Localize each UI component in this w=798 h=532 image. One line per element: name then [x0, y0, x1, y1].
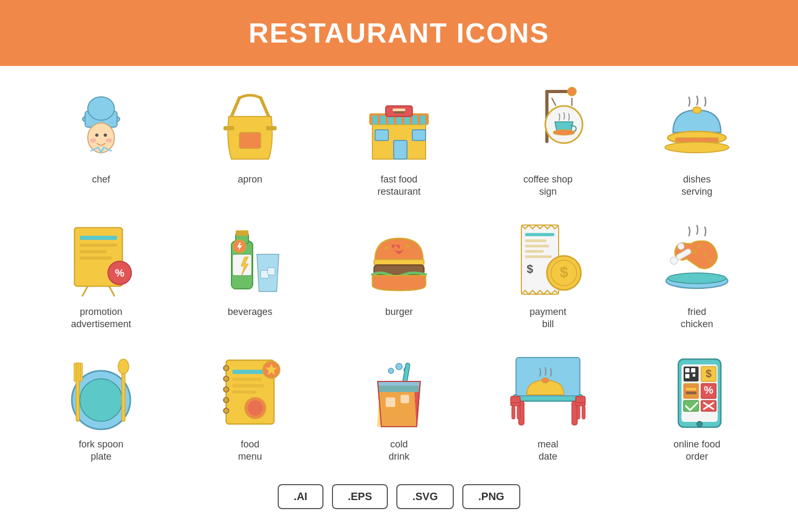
svg-rect-40 — [80, 236, 117, 240]
svg-rect-64 — [525, 245, 549, 247]
apron-label: apron — [238, 173, 262, 186]
svg-rect-106 — [386, 397, 395, 407]
svg-point-79 — [708, 259, 712, 263]
svg-point-78 — [697, 244, 702, 248]
main-content: chef — [0, 66, 798, 532]
svg-point-76 — [692, 249, 697, 254]
page-header: RESTAURANT ICONS — [0, 0, 798, 66]
svg-rect-37 — [676, 138, 718, 142]
icon-payment-bill: $ $ paymentbill — [495, 220, 601, 331]
icon-online-food-order: $ % — [644, 352, 750, 463]
svg-rect-63 — [525, 239, 546, 242]
format-png[interactable]: .PNG — [462, 484, 520, 509]
page-title: RESTAURANT ICONS — [0, 17, 798, 49]
svg-point-7 — [106, 138, 112, 143]
fast-food-restaurant-label: fast foodrestaurant — [377, 173, 420, 198]
svg-point-99 — [248, 401, 263, 415]
format-ai[interactable]: .AI — [278, 484, 323, 509]
svg-line-8 — [231, 98, 239, 117]
icon-cold-drink: colddrink — [346, 352, 452, 463]
svg-point-32 — [553, 130, 575, 135]
svg-point-38 — [665, 142, 729, 153]
svg-point-6 — [90, 138, 96, 143]
svg-point-4 — [95, 134, 98, 137]
icon-beverages: beverages — [197, 220, 303, 331]
svg-text:%: % — [704, 384, 713, 396]
icon-food-menu: foodmenu — [197, 352, 303, 463]
format-svg[interactable]: .SVG — [396, 484, 454, 509]
svg-rect-24 — [394, 111, 404, 113]
svg-point-103 — [396, 363, 402, 370]
svg-rect-120 — [576, 396, 585, 403]
coffee-shop-sign-label: coffee shopsign — [523, 173, 573, 198]
svg-line-44 — [82, 286, 88, 296]
svg-point-72 — [668, 273, 726, 284]
svg-text:$: $ — [527, 262, 533, 276]
svg-rect-25 — [394, 140, 407, 159]
svg-rect-117 — [577, 406, 580, 419]
icon-dishes-serving: dishesserving — [644, 87, 750, 198]
svg-point-81 — [80, 379, 122, 421]
svg-rect-83 — [74, 363, 76, 381]
svg-rect-127 — [693, 374, 695, 377]
svg-rect-116 — [517, 406, 520, 419]
svg-point-90 — [223, 376, 229, 381]
svg-rect-94 — [232, 370, 267, 374]
fork-spoon-plate-label: fork spoonplate — [79, 438, 123, 463]
svg-rect-62 — [525, 233, 554, 236]
svg-point-92 — [223, 397, 229, 403]
formats-row: .AI .EPS .SVG .PNG — [32, 484, 766, 530]
svg-line-45 — [109, 286, 114, 296]
svg-rect-41 — [80, 244, 117, 247]
svg-point-139 — [697, 421, 702, 427]
svg-rect-124 — [685, 368, 689, 372]
svg-line-9 — [261, 98, 269, 117]
svg-rect-66 — [525, 255, 552, 258]
svg-text:%: % — [115, 267, 124, 279]
svg-rect-96 — [232, 384, 264, 387]
svg-point-77 — [703, 252, 707, 256]
svg-point-30 — [568, 87, 576, 96]
svg-rect-11 — [223, 126, 234, 130]
format-eps[interactable]: .EPS — [332, 484, 388, 509]
svg-point-74 — [670, 257, 678, 264]
svg-point-5 — [104, 134, 107, 137]
svg-rect-119 — [511, 396, 520, 403]
svg-rect-21 — [420, 115, 426, 124]
fried-chicken-label: friedchicken — [680, 306, 713, 331]
svg-point-2 — [88, 97, 114, 120]
svg-point-87 — [118, 359, 129, 374]
icon-coffee-shop-sign: coffee shopsign — [495, 87, 601, 198]
icon-fork-spoon-plate: fork spoonplate — [48, 352, 154, 463]
burger-label: burger — [385, 306, 413, 318]
icon-burger: burger — [346, 220, 452, 331]
svg-rect-26 — [375, 130, 388, 140]
svg-point-91 — [223, 387, 229, 392]
icon-promotion-advertisement: % promotionadvertisement — [48, 220, 154, 331]
svg-rect-23 — [393, 109, 405, 111]
svg-point-102 — [388, 368, 394, 373]
svg-rect-15 — [372, 115, 378, 124]
icon-apron: apron — [197, 87, 303, 198]
svg-rect-65 — [525, 250, 544, 253]
icons-grid: chef — [32, 87, 766, 463]
svg-rect-95 — [232, 378, 262, 381]
icon-fried-chicken: friedchicken — [644, 220, 750, 331]
svg-rect-10 — [239, 132, 261, 148]
svg-rect-126 — [685, 374, 689, 378]
svg-rect-20 — [412, 115, 418, 124]
online-food-order-label: online foodorder — [674, 438, 720, 463]
svg-rect-59 — [374, 260, 424, 265]
svg-rect-43 — [80, 256, 112, 260]
svg-rect-97 — [232, 390, 256, 394]
svg-rect-50 — [236, 230, 248, 236]
icon-fast-food-restaurant: fast foodrestaurant — [346, 87, 452, 198]
promotion-advertisement-label: promotionadvertisement — [71, 306, 131, 331]
svg-rect-133 — [686, 388, 696, 390]
svg-rect-84 — [78, 363, 80, 381]
svg-point-75 — [678, 243, 684, 250]
svg-point-35 — [693, 107, 701, 113]
svg-rect-27 — [412, 130, 426, 140]
svg-point-112 — [542, 378, 549, 383]
svg-point-89 — [223, 365, 229, 371]
